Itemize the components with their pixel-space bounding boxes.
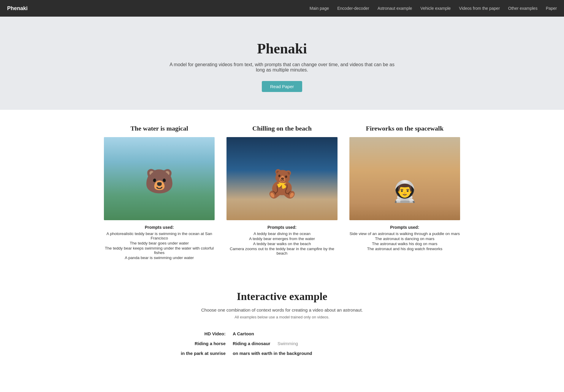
- option-choices-3: on mars with earth in the background: [233, 351, 312, 356]
- option-label-2: Riding a horse: [166, 341, 226, 346]
- option-choices-1: A Cartoon: [233, 331, 254, 336]
- example-card-2: Chilling on the beach Prompts used: A te…: [226, 125, 337, 261]
- navbar-brand[interactable]: Phenaki: [7, 5, 28, 12]
- navbar-link-paper[interactable]: Paper: [546, 6, 557, 11]
- option-row-3: in the park at sunrise on mars with eart…: [166, 351, 398, 356]
- option-choice-2-1[interactable]: Riding a dinosaur: [233, 341, 270, 346]
- prompt-1-4: A panda bear is swimming under water: [104, 255, 215, 260]
- interactive-options: HD Video: A Cartoon Riding a horse Ridin…: [166, 331, 398, 356]
- prompts-label-1: Prompts used:: [104, 225, 215, 230]
- interactive-subtitle: Choose one combination of context words …: [12, 307, 552, 312]
- prompts-label-3: Prompts used:: [349, 225, 460, 230]
- video-placeholder-3[interactable]: [349, 137, 460, 220]
- example-title-3: Fireworks on the spacewalk: [349, 125, 460, 132]
- prompt-3-1: Side view of an astronaut is walking thr…: [349, 231, 460, 236]
- option-choices-2: Riding a dinosaur Swimming: [233, 341, 298, 346]
- prompt-3-2: The astronaut is dancing on mars: [349, 237, 460, 241]
- read-paper-button[interactable]: Read Paper: [262, 81, 302, 92]
- navbar-link-encoder-decoder[interactable]: Encoder-decoder: [337, 6, 369, 11]
- prompt-3-4: The astronaut and his dog watch firework…: [349, 247, 460, 251]
- hero-description: A model for generating videos from text,…: [169, 62, 395, 73]
- option-label-1: HD Video:: [166, 331, 226, 336]
- interactive-section: Interactive example Choose one combinati…: [0, 272, 564, 375]
- prompts-3: Prompts used: Side view of an astronaut …: [349, 225, 460, 251]
- example-title-2: Chilling on the beach: [226, 125, 337, 132]
- option-row-2: Riding a horse Riding a dinosaur Swimmin…: [166, 341, 398, 346]
- navbar-link-main-page[interactable]: Main page: [310, 6, 329, 11]
- prompts-label-2: Prompts used:: [226, 225, 337, 230]
- navbar-link-astronaut-example[interactable]: Astronaut example: [378, 6, 412, 11]
- prompt-2-2: A teddy bear emerges from the water: [226, 237, 337, 241]
- hero-section: Phenaki A model for generating videos fr…: [0, 17, 564, 110]
- prompts-2: Prompts used: A teddy bear diving in the…: [226, 225, 337, 255]
- video-placeholder-2[interactable]: [226, 137, 337, 220]
- hero-title: Phenaki: [6, 40, 558, 57]
- option-row-1: HD Video: A Cartoon: [166, 331, 398, 336]
- navbar-link-vehicle-example[interactable]: Vehicle example: [420, 6, 451, 11]
- prompt-3-3: The astronaut walks his dog on mars: [349, 242, 460, 246]
- navbar-link-other-examples[interactable]: Other examples: [508, 6, 538, 11]
- prompt-1-1: A photorealistic teddy bear is swimming …: [104, 231, 215, 240]
- examples-section: The water is magical Prompts used: A pho…: [0, 110, 564, 272]
- prompt-1-3: The teddy bear keeps swimming under the …: [104, 246, 215, 255]
- prompts-1: Prompts used: A photorealistic teddy bea…: [104, 225, 215, 260]
- example-card-3: Fireworks on the spacewalk Prompts used:…: [349, 125, 460, 261]
- example-title-1: The water is magical: [104, 125, 215, 132]
- interactive-note: All examples below use a model trained o…: [12, 315, 552, 319]
- interactive-title: Interactive example: [12, 290, 552, 303]
- navbar-links: Main pageEncoder-decoderAstronaut exampl…: [310, 6, 557, 11]
- option-choice-2-2[interactable]: Swimming: [278, 341, 298, 346]
- examples-grid: The water is magical Prompts used: A pho…: [104, 125, 460, 261]
- option-choice-1-1[interactable]: A Cartoon: [233, 331, 254, 336]
- prompt-1-2: The teddy bear goes under water: [104, 241, 215, 245]
- prompt-2-4: Camera zooms out to the teddy bear in th…: [226, 247, 337, 255]
- prompt-2-3: A teddy bear walks on the beach: [226, 242, 337, 246]
- option-choice-3-1[interactable]: on mars with earth in the background: [233, 351, 312, 356]
- option-label-3: in the park at sunrise: [166, 351, 226, 356]
- navbar-link-videos-from-the-paper[interactable]: Videos from the paper: [459, 6, 500, 11]
- navbar: Phenaki Main pageEncoder-decoderAstronau…: [0, 0, 564, 17]
- video-placeholder-1[interactable]: [104, 137, 215, 220]
- prompt-2-1: A teddy bear diving in the ocean: [226, 231, 337, 236]
- example-card-1: The water is magical Prompts used: A pho…: [104, 125, 215, 261]
